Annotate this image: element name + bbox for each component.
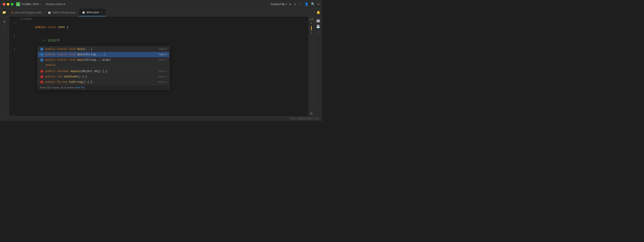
hello-java-icon: ☕ (48, 11, 51, 14)
profile-icon[interactable]: 👤 (304, 2, 308, 6)
status-text: CSDN @暂时先用这个名字 (290, 117, 319, 120)
ac-item-2[interactable]: ✦ public static void main(String.....) T… (38, 52, 169, 57)
demo-java-icon: ☕ (82, 11, 85, 14)
traffic-lights (3, 3, 14, 6)
scroll-indicator (311, 26, 312, 30)
code-line-4: 4 } (9, 114, 308, 116)
tab-pom-label: pom.xml (lingma_test) (15, 11, 41, 14)
code-line-2: 2 // 冒泡排序 (9, 34, 308, 48)
ac-source-1: TONGYI (158, 48, 167, 50)
next-tip-button[interactable]: Next Tip (75, 86, 84, 89)
tab-more-icon[interactable]: ⋮ (312, 10, 316, 14)
line-number-3: 3 (9, 48, 18, 52)
current-file-dropdown-icon: ▾ (286, 3, 287, 5)
tabs-container: m pom.xml (lingma_test) ☕ HelloControlle… (8, 8, 312, 16)
ac-separator (38, 68, 169, 68)
project-label: lingma_test (22, 3, 39, 6)
autocomplete-footer: Press ↵ to insert, ⇥ to replace Next Tip… (38, 85, 169, 90)
ac-tongyi-icon-1: ✦ (40, 48, 44, 51)
project-dropdown-icon: ▾ (40, 3, 42, 6)
ai-code-icon[interactable]: ⚡ (317, 30, 319, 34)
ac-source-7: Object (158, 81, 167, 84)
close-button[interactable] (3, 3, 5, 6)
ac-item-5-left: m public boolean equals(Object obj) {…} (40, 70, 108, 73)
ac-item-7[interactable]: m public String toString() {…} Object (38, 80, 169, 85)
ac-public-keyword: public (46, 64, 56, 67)
ac-item-3[interactable]: ✦ public static void main(String... args… (38, 57, 169, 62)
ac-item-6[interactable]: m public int hashCode() {…} Object (38, 74, 169, 80)
title-bar-right: Current File ▾ ▶ ⚙ ⋮ 👤 🔍 ⚙ (271, 2, 319, 6)
ac-item-2-left: ✦ public static void main(String.....) (40, 53, 106, 56)
right-panel-top: ⚠1 ∧ ∨ (310, 16, 313, 35)
line-content-2: // 冒泡排序 (18, 34, 308, 48)
title-bar: L lingma_test ▾ Version control ▾ Curren… (0, 0, 322, 8)
ac-item-6-left: m public int hashCode() {…} (40, 75, 88, 78)
version-control-button[interactable]: Version control ▾ (46, 3, 65, 6)
line-number-4: 4 (9, 114, 18, 116)
scroll-up-icon[interactable]: ∧ (310, 22, 312, 24)
right-gutter-panel: ⚠1 ∧ ∨ m (308, 16, 314, 116)
main-content: ⊞ … no usages 1 public class demo { 2 //… (0, 16, 322, 116)
ac-item-1[interactable]: ✦ public static void main(...) TONGYI (38, 46, 169, 52)
line-number-2: 2 (9, 34, 18, 38)
tab-bar-actions: ⋮ 🔔 (312, 10, 322, 14)
ai-assistant-icon[interactable]: 🤖 (316, 18, 320, 23)
ac-text-2: public static void main(String.....) (46, 53, 106, 56)
line-number-1: 1 (9, 20, 18, 25)
settings-icon[interactable]: ⚙ (318, 2, 319, 6)
code-line-1: 1 public class demo { (9, 20, 308, 34)
sidebar-icon-layout[interactable]: ⊞ (1, 18, 8, 24)
notification-icon[interactable]: 🔔 (316, 10, 320, 14)
code-editor[interactable]: no usages 1 public class demo { 2 // 冒泡排… (9, 16, 308, 116)
footer-hint: Press ↵ to insert, ⇥ to replace Next Tip (40, 86, 84, 89)
project-name[interactable]: L lingma_test ▾ (16, 2, 42, 6)
editor-area: no usages 1 public class demo { 2 // 冒泡排… (9, 16, 308, 116)
footer-more-icon[interactable]: ⋮ (164, 86, 167, 89)
ac-object-icon-6: m (40, 75, 44, 78)
ac-source-6: Object (158, 75, 167, 78)
ac-text-6: public int hashCode() {…} (46, 75, 88, 78)
status-bar: CSDN @暂时先用这个名字 (0, 116, 322, 121)
ac-text-3: public static void main(String... args) (46, 58, 111, 62)
ac-item-5[interactable]: m public boolean equals(Object obj) {…} … (38, 69, 169, 74)
current-file-button[interactable]: Current File ▾ (271, 3, 287, 6)
far-right-icons: 🤖 💾 ⚡ (314, 16, 322, 116)
ac-source-5: Object (158, 70, 167, 73)
more-options-icon[interactable]: ⋮ (299, 2, 302, 6)
minimize-button[interactable] (7, 3, 10, 6)
ac-item-1-left: ✦ public static void main(...) (40, 48, 92, 51)
ac-source-2: TONGYI (158, 53, 167, 56)
ac-object-icon-7: m (40, 80, 44, 84)
project-icon: L (16, 2, 20, 6)
ac-source-3: TONGYI (158, 58, 167, 61)
maximize-button[interactable] (11, 3, 14, 6)
autocomplete-dropdown: ✦ public static void main(...) TONGYI ✦ … (38, 46, 170, 90)
folder-icon: 📁 (2, 10, 6, 14)
tab-hello-controller[interactable]: ☕ HelloController.java (45, 8, 79, 16)
search-icon[interactable]: 🔍 (311, 2, 315, 6)
ac-object-icon-5: m (40, 70, 44, 73)
ac-item-7-left: m public String toString() {…} (40, 80, 92, 84)
tab-pom-xml[interactable]: m pom.xml (lingma_test) (8, 8, 45, 16)
ac-tongyi-icon-2: ✦ (40, 53, 44, 56)
ac-text-1: public static void main(...) (46, 48, 92, 51)
sidebar-toggle-button[interactable]: 📁 (0, 8, 8, 16)
sidebar-icons: ⊞ … (0, 16, 9, 116)
ac-text-7: public String toString() {…} (46, 80, 92, 84)
run-icon[interactable]: ▶ (290, 2, 291, 6)
database-icon[interactable]: 💾 (316, 24, 320, 28)
line-content-1: public class demo { (18, 20, 308, 34)
sidebar-icon-more[interactable]: … (1, 26, 8, 33)
warning-count: ⚠1 (310, 18, 313, 21)
pom-icon: m (11, 11, 14, 14)
ac-item-3-left: ✦ public static void main(String... args… (40, 58, 111, 62)
debug-icon[interactable]: ⚙ (294, 2, 296, 6)
footer-hint-text: Press ↵ to insert, ⇥ to replace (40, 86, 75, 89)
scroll-down-icon[interactable]: ∨ (310, 32, 312, 35)
ac-item-public-label: public (38, 62, 169, 68)
tab-demo-close-icon[interactable]: ✕ (100, 11, 103, 14)
tab-demo-java[interactable]: ☕ demo.java ✕ (79, 8, 106, 16)
line-content-4: } (18, 114, 308, 116)
tab-hello-label: HelloController.java (52, 11, 76, 14)
tab-bar: 📁 m pom.xml (lingma_test) ☕ HelloControl… (0, 8, 322, 16)
